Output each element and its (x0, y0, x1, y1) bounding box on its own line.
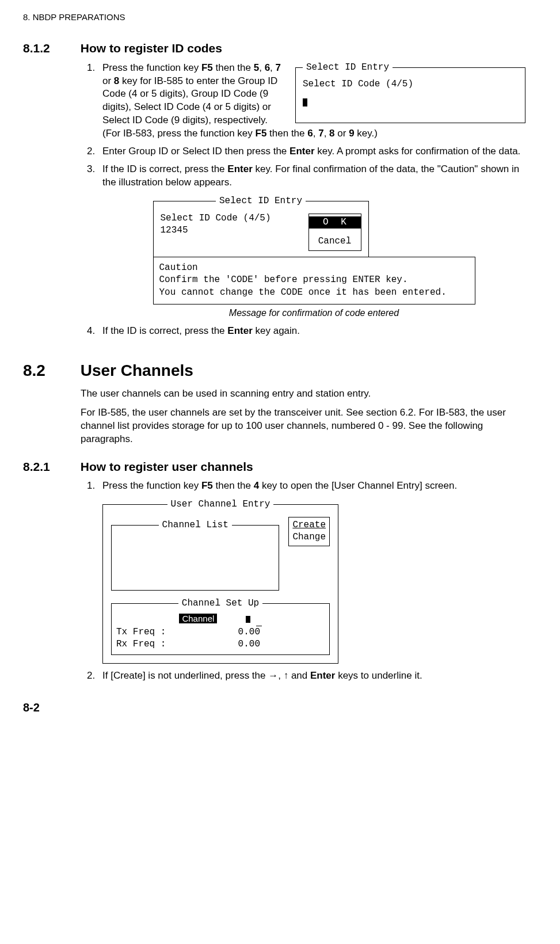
caution-box: Caution Confirm the 'CODE' before pressi… (153, 257, 475, 304)
step-3: If the ID is correct, press the Enter ke… (98, 163, 525, 319)
t: If the ID is correct, press the (102, 325, 227, 336)
t: then the (266, 128, 307, 139)
t: key for IB-585 to enter the Group ID Cod… (102, 75, 277, 139)
label: Rx Freq : (116, 638, 166, 651)
box-title: Channel List (159, 519, 232, 532)
value: 0.00 (238, 626, 260, 639)
t: If [Create] is not underlined, press the… (102, 670, 310, 681)
key-9: 9 (349, 128, 354, 139)
key-6: 6 (307, 128, 313, 139)
channel-setup-box: Channel Set Up Channel Tx Freq : 0.00 Rx… (111, 597, 330, 655)
t: Press the function key (102, 480, 201, 491)
figure-select-id-1: Select ID Entry Select ID Code (4/5) (295, 62, 525, 124)
window-title: User Channel Entry (167, 498, 274, 511)
t: then the (213, 62, 254, 73)
window-title: Select ID Entry (216, 195, 306, 208)
channel-row: Channel (116, 613, 325, 626)
subsection-title: How to register user channels (81, 460, 253, 473)
t: Enter Group ID or Select ID then press t… (102, 146, 289, 157)
key-enter: Enter (227, 163, 252, 174)
caution-line: Confirm the 'CODE' before pressing ENTER… (159, 274, 469, 287)
t: , (259, 62, 264, 73)
section-number: 8.2 (23, 360, 78, 382)
caution-line: You cannot change the CODE once it has b… (159, 287, 469, 299)
figure-caption: Message for confirmation of code entered (102, 307, 525, 319)
cancel-button[interactable]: Cancel (309, 235, 361, 248)
subsection-number: 8.2.1 (23, 459, 78, 475)
key-8: 8 (329, 128, 334, 139)
key-8: 8 (114, 75, 119, 86)
content-8-2: The user channels can be used in scannin… (81, 387, 525, 446)
t: Press the function key (102, 62, 201, 73)
t: key. A prompt asks for confirmation of t… (315, 146, 521, 157)
t: key again. (253, 325, 300, 336)
caution-title: Caution (159, 262, 469, 275)
cursor-icon (246, 616, 250, 623)
step-2: If [Create] is not underlined, press the… (98, 669, 525, 683)
section-title: User Channels (81, 361, 193, 379)
content-8-2-1: Press the function key F5 then the 4 key… (81, 479, 525, 683)
paragraph: For IB-585, the user channels are set by… (81, 406, 525, 446)
heading-8-2: 8.2 User Channels (23, 360, 525, 382)
key-enter: Enter (289, 146, 314, 157)
channel-list-box: Channel List (111, 519, 279, 591)
id-value: 12345 (161, 224, 271, 237)
step-1: Select ID Entry Select ID Code (4/5) Pre… (98, 62, 525, 141)
step-4: If the ID is correct, press the Enter ke… (98, 325, 525, 338)
step-1: Press the function key F5 then the 4 key… (98, 479, 525, 664)
key-f5: F5 (256, 128, 267, 139)
window-text: Select ID Code (4/5) (161, 212, 271, 225)
key-7: 7 (318, 128, 323, 139)
t: then the (213, 480, 254, 491)
figure-confirmation: Select ID Entry Select ID Code (4/5) 123… (102, 195, 525, 319)
t: , (324, 128, 329, 139)
rx-freq-row: Rx Freq : 0.00 (116, 638, 260, 651)
change-option[interactable]: Change (292, 531, 326, 544)
t: key.) (355, 128, 378, 139)
subsection-title: How to register ID codes (81, 41, 222, 55)
create-option[interactable]: Create (292, 519, 326, 532)
page-header: 8. NBDP PREPARATIONS (23, 12, 525, 23)
tx-freq-row: Tx Freq : 0.00 (116, 626, 260, 639)
t: or (335, 128, 349, 139)
key-5: 5 (254, 62, 259, 73)
box-title: Channel Set Up (178, 597, 262, 610)
select-id-window-1: Select ID Entry Select ID Code (4/5) (295, 62, 525, 124)
t: keys to underline it. (335, 670, 422, 681)
t: If the ID is correct, press the (102, 163, 227, 174)
window-text: Select ID Code (4/5) (303, 78, 518, 91)
t: , (313, 128, 318, 139)
ok-button[interactable]: O K (309, 216, 361, 229)
heading-8-1-2: 8.1.2 How to register ID codes (23, 40, 525, 56)
window-title: Select ID Entry (303, 62, 393, 74)
key-f5: F5 (201, 62, 213, 73)
t: key to open the [User Channel Entry] scr… (259, 480, 457, 491)
select-id-window-2: Select ID Entry Select ID Code (4/5) 123… (153, 195, 369, 257)
paragraph: The user channels can be used in scannin… (81, 387, 525, 401)
cursor-row (303, 97, 518, 109)
key-enter: Enter (227, 325, 252, 336)
cursor-icon (303, 98, 307, 106)
create-change-menu: Create Change (288, 517, 330, 546)
page-number: 8-2 (23, 700, 525, 715)
channel-label: Channel (179, 614, 217, 623)
user-channel-window: User Channel Entry Channel List Create C… (102, 498, 338, 664)
heading-8-2-1: 8.2.1 How to register user channels (23, 459, 525, 475)
subsection-number: 8.1.2 (23, 40, 78, 56)
figure-user-channel: User Channel Entry Channel List Create C… (102, 498, 525, 664)
value: 0.00 (238, 638, 260, 651)
label: Tx Freq : (116, 626, 166, 639)
key-6: 6 (265, 62, 270, 73)
ok-cancel-menu: O K Cancel (308, 214, 361, 251)
content-8-1-2: Select ID Entry Select ID Code (4/5) Pre… (81, 62, 525, 338)
key-f5: F5 (201, 480, 213, 491)
key-enter: Enter (310, 670, 335, 681)
key-7: 7 (276, 62, 281, 73)
t: , (270, 62, 275, 73)
step-2: Enter Group ID or Select ID then press t… (98, 145, 525, 158)
key-4: 4 (254, 480, 259, 491)
t: or (102, 75, 114, 86)
